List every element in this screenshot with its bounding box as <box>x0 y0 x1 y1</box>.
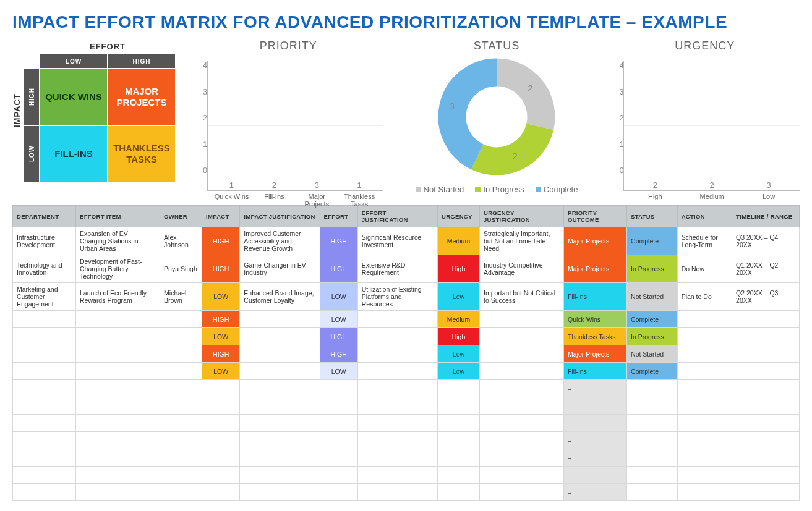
status-title: STATUS <box>402 40 592 53</box>
matrix-row-low: LOW <box>24 126 39 182</box>
column-header: STATUS <box>627 206 678 227</box>
table-row: Infrastructure DevelopmentExpansion of E… <box>13 227 800 255</box>
donut-value: 2 <box>528 83 532 93</box>
matrix-col-low: LOW <box>40 54 107 68</box>
column-header: IMPACT JUSTIFICATION <box>240 206 320 227</box>
column-header: IMPACT <box>202 206 240 227</box>
table-row: HIGHHIGHLowMajor ProjectsNot Started <box>13 345 800 363</box>
donut-slice <box>477 127 540 161</box>
column-header: ACTION <box>677 206 732 227</box>
data-table: DEPARTMENTEFFORT ITEMOWNERIMPACTIMPACT J… <box>12 205 800 501</box>
table-row: – <box>13 484 800 501</box>
table-row: – <box>13 380 800 397</box>
top-panels: IMPACT EFFORT LOW HIGH HIGH QUICK WINS M… <box>12 40 800 194</box>
urgency-title: URGENCY <box>610 40 800 53</box>
table-row: – <box>13 432 800 449</box>
table-header-row: DEPARTMENTEFFORT ITEMOWNERIMPACTIMPACT J… <box>13 206 800 227</box>
column-header: EFFORT ITEM <box>76 206 160 227</box>
table-row: – <box>13 415 800 432</box>
impact-effort-matrix: IMPACT EFFORT LOW HIGH HIGH QUICK WINS M… <box>12 40 175 182</box>
priority-title: PRIORITY <box>194 40 383 53</box>
page-title: IMPACT EFFORT MATRIX FOR ADVANCED PRIORI… <box>12 12 800 32</box>
column-header: OWNER <box>160 206 202 227</box>
column-header: TIMELINE / RANGE <box>732 206 800 227</box>
legend-item: In Progress <box>475 185 524 194</box>
table-row: Technology and InnovationDevelopment of … <box>13 255 800 283</box>
priority-chart: PRIORITY 012341Quick Wins2Fill-Ins3Major… <box>194 40 383 191</box>
donut-value: 3 <box>450 101 455 111</box>
column-header: EFFORT JUSTIFICATION <box>357 206 437 227</box>
column-header: URGENCY JUSTIFICATION <box>480 206 564 227</box>
legend-item: Not Started <box>416 185 464 194</box>
table-row: – <box>13 467 800 484</box>
quadrant-fill-ins: FILL-INS <box>40 126 107 182</box>
table-row: – <box>13 397 800 415</box>
table-row: LOWLOWLowFill-InsComplete <box>13 363 800 380</box>
donut-value: 2 <box>512 151 517 161</box>
impact-axis-label: IMPACT <box>12 40 22 182</box>
donut-slice <box>497 72 541 127</box>
matrix-row-high: HIGH <box>24 69 39 125</box>
column-header: DEPARTMENT <box>13 206 76 227</box>
effort-axis-label: EFFORT <box>40 40 175 53</box>
table-row: – <box>13 449 800 467</box>
quadrant-quick-wins: QUICK WINS <box>40 69 107 125</box>
quadrant-thankless-tasks: THANKLESS TASKS <box>108 126 175 182</box>
quadrant-major-projects: MAJOR PROJECTS <box>108 69 175 125</box>
donut-slice <box>452 72 497 157</box>
column-header: EFFORT <box>320 206 357 227</box>
legend-item: Complete <box>536 185 578 194</box>
status-chart: STATUS 223 Not StartedIn ProgressComplet… <box>402 40 592 194</box>
column-header: URGENCY <box>437 206 479 227</box>
table-row: LOWHIGHHighThankless TasksIn Progress <box>13 328 800 345</box>
column-header: PRIORITY OUTCOME <box>564 206 627 227</box>
matrix-col-high: HIGH <box>108 54 175 68</box>
urgency-chart: URGENCY 012342High2Medium3Low <box>610 40 800 191</box>
table-row: HIGHLOWMediumQuick WinsComplete <box>13 311 800 328</box>
table-row: Marketing and Customer EngagementLaunch … <box>13 283 800 311</box>
